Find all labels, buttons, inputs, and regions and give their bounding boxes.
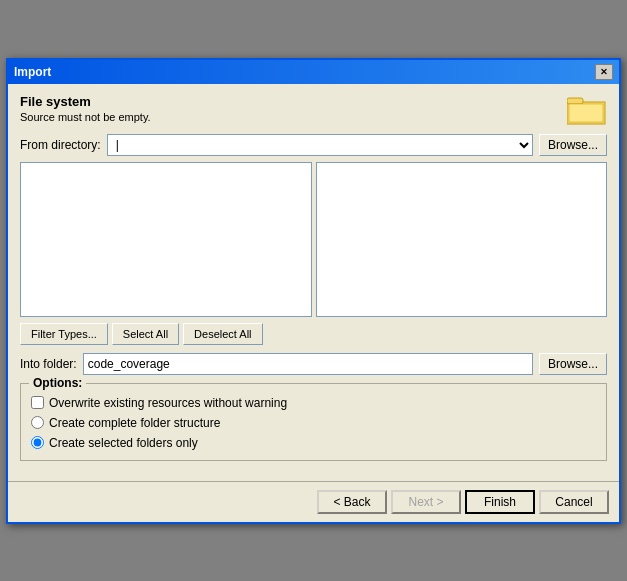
selected-folders-label: Create selected folders only <box>49 436 198 450</box>
cancel-button[interactable]: Cancel <box>539 490 609 514</box>
filter-types-button[interactable]: Filter Types... <box>20 323 108 345</box>
into-folder-label: Into folder: <box>20 357 77 371</box>
page-title: File system <box>20 94 151 109</box>
from-directory-input[interactable]: | <box>107 134 533 156</box>
title-bar-left: Import <box>14 65 51 79</box>
from-directory-browse-button[interactable]: Browse... <box>539 134 607 156</box>
title-bar: Import ✕ <box>8 60 619 84</box>
title-bar-controls: ✕ <box>595 64 613 80</box>
deselect-all-button[interactable]: Deselect All <box>183 323 262 345</box>
bottom-buttons: < Back Next > Finish Cancel <box>8 481 619 522</box>
svg-rect-2 <box>569 104 603 122</box>
into-folder-row: Into folder: Browse... <box>20 353 607 375</box>
header-text: File system Source must not be empty. <box>20 94 151 123</box>
back-button[interactable]: < Back <box>317 490 387 514</box>
into-folder-input[interactable] <box>83 353 533 375</box>
action-buttons-row: Filter Types... Select All Deselect All <box>20 323 607 345</box>
close-button[interactable]: ✕ <box>595 64 613 80</box>
overwrite-option-row: Overwrite existing resources without war… <box>31 396 596 410</box>
complete-folder-radio[interactable] <box>31 416 44 429</box>
dialog-content: File system Source must not be empty. Fr… <box>8 84 619 481</box>
into-folder-browse-button[interactable]: Browse... <box>539 353 607 375</box>
from-directory-label: From directory: <box>20 138 101 152</box>
page-subtitle: Source must not be empty. <box>20 111 151 123</box>
options-group: Options: Overwrite existing resources wi… <box>20 383 607 461</box>
svg-rect-1 <box>567 98 583 104</box>
overwrite-label: Overwrite existing resources without war… <box>49 396 287 410</box>
window-title: Import <box>14 65 51 79</box>
next-button[interactable]: Next > <box>391 490 461 514</box>
file-detail-panel[interactable] <box>316 162 608 317</box>
complete-folder-label: Create complete folder structure <box>49 416 220 430</box>
select-all-button[interactable]: Select All <box>112 323 179 345</box>
folder-icon <box>567 94 607 126</box>
overwrite-checkbox[interactable] <box>31 396 44 409</box>
header-section: File system Source must not be empty. <box>20 94 607 126</box>
finish-button[interactable]: Finish <box>465 490 535 514</box>
selected-folders-radio[interactable] <box>31 436 44 449</box>
import-dialog: Import ✕ File system Source must not be … <box>6 58 621 524</box>
file-list-panel[interactable] <box>20 162 312 317</box>
complete-folder-option-row: Create complete folder structure <box>31 416 596 430</box>
options-legend: Options: <box>29 376 86 390</box>
selected-folders-option-row: Create selected folders only <box>31 436 596 450</box>
from-directory-row: From directory: | Browse... <box>20 134 607 156</box>
file-panels <box>20 162 607 317</box>
